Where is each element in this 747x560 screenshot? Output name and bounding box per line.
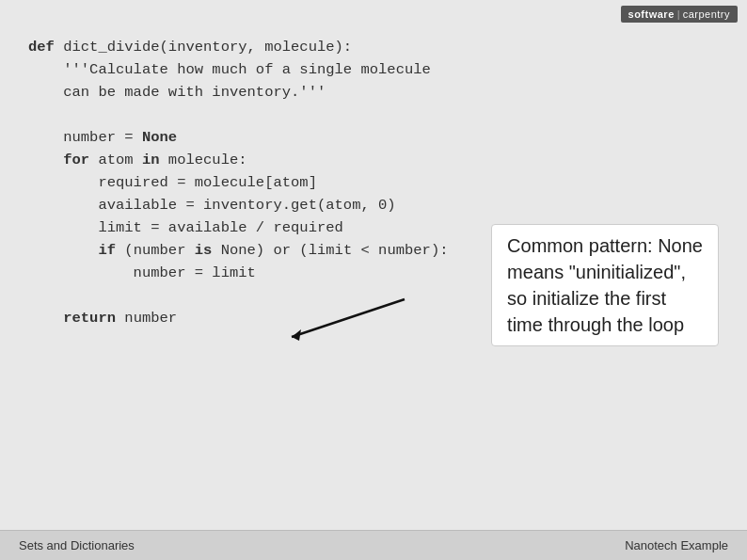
top-bar: software | carpentry (0, 0, 747, 26)
code-line-1: def dict_divide(inventory, molecule): (28, 36, 719, 58)
bottom-bar: Sets and Dictionaries Nanotech Example (0, 530, 747, 560)
code-line-2: '''Calculate how much of a single molecu… (28, 58, 719, 81)
code-line-3: can be made with inventory.''' (28, 81, 719, 104)
code-line-7: required = molecule[atom] (28, 171, 719, 194)
keyword-if: if (98, 242, 116, 259)
logo: software | carpentry (621, 6, 738, 23)
keyword-for: for (63, 152, 89, 168)
code-line-4 (28, 104, 719, 126)
footer-right: Nanotech Example (625, 538, 728, 552)
keyword-return: return (63, 310, 116, 327)
keyword-is: is (195, 242, 213, 259)
slide: software | carpentry def dict_divide(inv… (0, 0, 747, 560)
annotation-area: Common pattern: None means "uninitialize… (491, 224, 719, 346)
code-line-5: number = None (28, 126, 719, 149)
annotation-line-4: time through the loop (507, 312, 703, 338)
logo-carpentry: carpentry (683, 8, 730, 20)
main-content: def dict_divide(inventory, molecule): ''… (0, 26, 747, 530)
code-line-6: for atom in molecule: (28, 149, 719, 171)
logo-divider: | (677, 8, 680, 20)
footer-left: Sets and Dictionaries (19, 538, 135, 552)
keyword-in: in (142, 152, 160, 168)
svg-marker-1 (292, 329, 301, 341)
annotation-line-2: means "uninitialized", (507, 259, 703, 285)
keyword-def: def (28, 39, 55, 56)
code-line-8: available = inventory.get(atom, 0) (28, 194, 719, 216)
annotation-box: Common pattern: None means "uninitialize… (491, 224, 719, 346)
annotation-line-1: Common pattern: None (507, 232, 703, 259)
logo-software: software (628, 8, 675, 20)
annotation-line-3: so initialize the first (507, 285, 703, 312)
keyword-none: None (142, 129, 177, 146)
